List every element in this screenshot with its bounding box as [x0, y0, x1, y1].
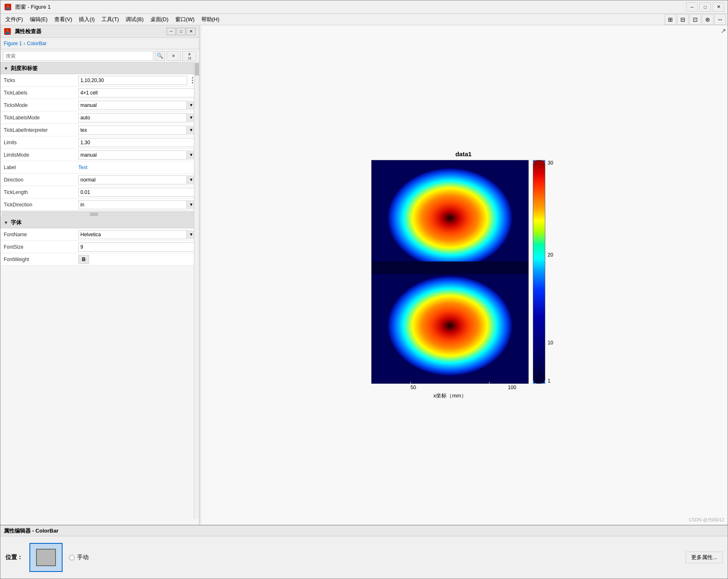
colorbar-corner-tr — [542, 160, 545, 163]
toolbar-btn-3[interactable]: ⊡ — [689, 14, 701, 25]
prop-row-ticklabels: TickLabels — [0, 87, 199, 99]
menu-desktop[interactable]: 桌面(D) — [147, 15, 172, 24]
prop-value-fontweight: B — [78, 255, 196, 264]
xlabel-50: 50 — [411, 385, 416, 390]
colorbar-corner-br — [542, 380, 545, 384]
ticks-input[interactable] — [78, 76, 187, 85]
vscrollbar — [194, 63, 199, 519]
prop-row-limits: Limits — [0, 136, 199, 149]
search-input[interactable] — [3, 51, 153, 61]
prop-value-fontsize — [78, 242, 196, 252]
label-link[interactable]: Text — [78, 165, 87, 170]
position-diagram-active[interactable] — [29, 543, 63, 572]
main-window: 图窗 - Figure 1 ─ □ ✕ 文件(F) 编辑(E) 查看(V) 插入… — [0, 0, 728, 579]
toolbar-btn-5[interactable]: ↔ — [714, 14, 726, 25]
fontweight-bold-button[interactable]: B — [78, 255, 89, 264]
prop-row-label: Label Text — [0, 161, 199, 174]
ticksmode-select[interactable]: manual auto — [78, 101, 196, 110]
prop-value-direction: normal reverse ▼ — [78, 175, 196, 184]
maximize-button[interactable]: □ — [699, 2, 711, 12]
ticklabelsmode-select[interactable]: auto manual — [78, 113, 196, 122]
list-view-button[interactable]: ≡ — [167, 51, 181, 61]
toolbar-btn-1[interactable]: ⊞ — [665, 14, 676, 25]
colorbar-label-1: 1 — [548, 378, 553, 384]
toolbar-btn-4[interactable]: ⊛ — [702, 14, 713, 25]
menu-debug[interactable]: 调试(B) — [122, 15, 147, 24]
ticklabels-input[interactable] — [78, 88, 196, 97]
app-icon — [4, 3, 12, 11]
more-properties-button[interactable]: 更多属性... — [686, 552, 723, 563]
fontname-select[interactable]: Helvetica Arial Times New Roman — [78, 230, 196, 239]
limitsmode-select-wrapper: manual auto ▼ — [78, 150, 196, 160]
prop-label-ticklabels: TickLabels — [4, 90, 78, 96]
limits-input[interactable] — [78, 138, 196, 147]
search-button[interactable]: 🔍 — [155, 51, 165, 61]
colorbar — [533, 160, 545, 384]
xlabel-100: 100 — [508, 385, 516, 390]
manual-radio[interactable]: 手动 — [69, 554, 89, 561]
svg-point-7 — [388, 168, 512, 268]
position-diagrams — [29, 543, 63, 572]
limitsmode-select[interactable]: manual auto — [78, 150, 196, 160]
prop-row-ticks: Ticks — [0, 74, 199, 87]
prop-label-fontsize: FontSize — [4, 244, 78, 250]
prop-row-direction: Direction normal reverse ▼ — [0, 174, 199, 186]
minimize-button[interactable]: ─ — [686, 2, 698, 12]
breadcrumb-colorbar[interactable]: ColorBar — [27, 41, 46, 46]
toolbar-btn-2[interactable]: ⊟ — [677, 14, 689, 25]
close-button[interactable]: ✕ — [713, 2, 724, 12]
prop-label-limits: Limits — [4, 140, 78, 145]
prop-row-tickdirection: TickDirection in out both ▼ — [0, 199, 199, 211]
expand-icon[interactable]: ↗ — [721, 27, 726, 35]
properties-list: ▼ 刻度和标签 Ticks TickLabels — [0, 63, 199, 525]
prop-label-direction: Direction — [4, 177, 78, 183]
prop-value-fontname: Helvetica Arial Times New Roman ▼ — [78, 230, 196, 239]
panel-title: 属性检查器 — [15, 28, 163, 35]
ticklabelinterpreter-select[interactable]: tex latex none — [78, 126, 196, 135]
search-bar: 🔍 ≡ a↕z — [0, 49, 199, 63]
hscroll-thumb[interactable] — [90, 213, 98, 216]
property-editor-title: 属性编辑器 - ColorBar — [0, 526, 728, 536]
prop-value-label: Text — [78, 165, 196, 170]
tickdirection-select[interactable]: in out both — [78, 200, 196, 209]
prop-label-tickdirection: TickDirection — [4, 202, 78, 208]
plot-title: data1 — [455, 150, 472, 157]
toolbar: ⊞ ⊟ ⊡ ⊛ ↔ — [665, 14, 726, 25]
fontname-select-wrapper: Helvetica Arial Times New Roman ▼ — [78, 230, 196, 239]
sort-az-button[interactable]: a↕z — [182, 51, 196, 61]
heatmap-container: 50 100 x坐标（mm） — [371, 160, 529, 400]
panel-close-button[interactable]: ✕ — [186, 28, 196, 35]
bottom-section: 属性编辑器 - ColorBar 位置： 手动 更多属性... — [0, 525, 728, 579]
direction-select[interactable]: normal reverse — [78, 175, 196, 184]
prop-value-ticksmode: manual auto ▼ — [78, 101, 196, 110]
breadcrumb-figure1[interactable]: Figure 1 — [4, 41, 22, 46]
menu-file[interactable]: 文件(F) — [2, 15, 27, 24]
panel-minimize-button[interactable]: ─ — [167, 28, 176, 35]
section-font[interactable]: ▼ 字体 — [0, 217, 199, 228]
menu-help[interactable]: 帮助(H) — [198, 15, 223, 24]
menu-tools[interactable]: 工具(T) — [98, 15, 123, 24]
colorbar-gradient — [533, 160, 545, 384]
chart-area: data1 — [199, 25, 728, 525]
props-hscroll — [0, 211, 199, 217]
manual-radio-input[interactable] — [69, 555, 75, 560]
section-ticks[interactable]: ▼ 刻度和标签 — [0, 63, 199, 74]
menu-edit[interactable]: 编辑(E) — [27, 15, 51, 24]
prop-label-fontname: FontName — [4, 232, 78, 237]
window-controls: ─ □ ✕ — [686, 2, 724, 12]
colorbar-corner-tl — [533, 160, 536, 163]
prop-label-ticklength: TickLength — [4, 189, 78, 195]
prop-value-ticklabelinterpreter: tex latex none ▼ — [78, 126, 196, 135]
vscroll-thumb[interactable] — [195, 63, 199, 75]
panel-maximize-button[interactable]: □ — [177, 28, 186, 35]
menu-insert[interactable]: 插入(I) — [75, 15, 98, 24]
ticklength-input[interactable] — [78, 188, 196, 197]
prop-row-limitsmode: LimitsMode manual auto ▼ — [0, 149, 199, 161]
prop-label-ticksmode: TicksMode — [4, 102, 78, 108]
prop-value-limits — [78, 138, 196, 147]
heatmap-svg — [371, 160, 529, 384]
fontsize-input[interactable] — [78, 242, 196, 252]
menu-window[interactable]: 窗口(W) — [172, 15, 198, 24]
position-label: 位置： — [5, 554, 23, 561]
menu-view[interactable]: 查看(V) — [51, 15, 75, 24]
